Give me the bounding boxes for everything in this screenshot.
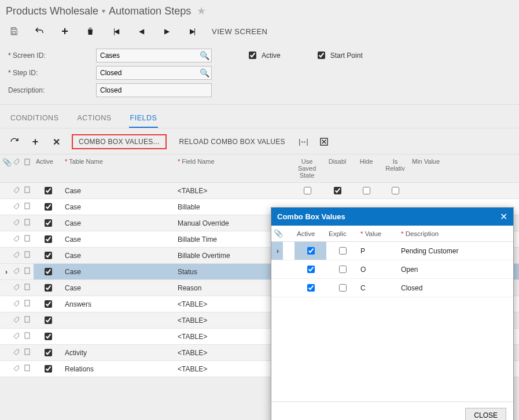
tab-fields[interactable]: FIELDS xyxy=(129,110,159,128)
dlg-description-cell[interactable]: Open xyxy=(399,260,513,279)
note-icon[interactable] xyxy=(24,235,31,244)
dlg-value-cell[interactable]: P xyxy=(358,242,399,260)
row-active-checkbox[interactable] xyxy=(45,187,52,194)
dlg-col-value[interactable]: Value xyxy=(358,226,399,242)
step-id-input[interactable] xyxy=(96,66,212,80)
screen-id-lookup-icon[interactable]: 🔍 xyxy=(200,51,209,60)
col-header-disable[interactable]: Disabl xyxy=(323,154,352,183)
row-active-checkbox[interactable] xyxy=(45,365,52,373)
dialog-title-bar[interactable]: Combo Box Values ✕ xyxy=(271,208,513,226)
row-table-name[interactable] xyxy=(62,329,175,345)
attachment-icon[interactable] xyxy=(13,283,20,292)
active-checkbox[interactable] xyxy=(249,51,256,59)
last-record-icon[interactable]: ▶| xyxy=(186,25,198,37)
fit-columns-icon[interactable]: |↔| xyxy=(298,137,308,147)
note-icon[interactable] xyxy=(24,333,31,341)
delete-icon[interactable] xyxy=(84,25,96,37)
row-table-name[interactable]: Relations xyxy=(62,361,175,377)
step-id-lookup-icon[interactable]: 🔍 xyxy=(200,68,209,78)
row-table-name[interactable]: Case xyxy=(62,248,175,264)
add-icon[interactable]: + xyxy=(59,25,71,37)
row-hide-checkbox[interactable] xyxy=(363,187,370,194)
col-header-min-value[interactable]: Min Value xyxy=(410,154,519,183)
col-header-note-icon[interactable] xyxy=(21,154,34,183)
screen-id-input[interactable] xyxy=(96,49,212,62)
breadcrumb-parent[interactable]: Products Wholesale xyxy=(6,5,98,17)
first-record-icon[interactable]: |◀ xyxy=(110,25,122,37)
row-active-checkbox[interactable] xyxy=(45,316,52,324)
note-icon[interactable] xyxy=(24,219,31,228)
col-header-field-name[interactable]: Field Name xyxy=(175,154,291,183)
dlg-description-cell[interactable]: Closed xyxy=(399,279,513,297)
row-active-checkbox[interactable] xyxy=(45,300,52,308)
attachment-icon[interactable] xyxy=(13,235,20,244)
col-header-attach-icon[interactable] xyxy=(10,154,21,183)
tab-conditions[interactable]: CONDITIONS xyxy=(9,110,60,128)
note-icon[interactable] xyxy=(24,365,31,374)
attachment-icon[interactable] xyxy=(13,364,20,373)
row-active-checkbox[interactable] xyxy=(45,349,52,356)
add-row-icon[interactable]: + xyxy=(30,137,41,147)
dialog-row[interactable]: CClosed xyxy=(271,279,513,297)
dialog-close-icon[interactable]: ✕ xyxy=(500,211,507,222)
attachment-icon[interactable] xyxy=(13,332,20,341)
dlg-active-checkbox[interactable] xyxy=(307,247,315,255)
dlg-explicit-checkbox[interactable] xyxy=(339,266,347,273)
reload-combo-button[interactable]: RELOAD COMBO BOX VALUES xyxy=(177,137,288,147)
view-screen-button[interactable]: VIEW SCREEN xyxy=(212,27,268,36)
row-table-name[interactable] xyxy=(62,312,175,329)
row-field-name[interactable]: <TABLE> xyxy=(175,183,291,199)
dlg-col-clip-icon[interactable]: 📎 xyxy=(271,226,283,242)
col-header-use-saved[interactable]: Use Saved State xyxy=(291,154,323,183)
attachment-icon[interactable] xyxy=(13,348,20,357)
dlg-explicit-checkbox[interactable] xyxy=(339,247,347,255)
row-table-name[interactable]: Answers xyxy=(62,296,175,312)
note-icon[interactable] xyxy=(24,203,31,212)
row-table-name[interactable]: Case xyxy=(62,280,175,296)
dlg-col-explicit[interactable]: Explic xyxy=(326,226,358,242)
description-input[interactable] xyxy=(96,83,212,97)
note-icon[interactable] xyxy=(24,300,31,309)
dlg-explicit-checkbox[interactable] xyxy=(339,284,347,292)
prev-record-icon[interactable]: ◀ xyxy=(135,25,147,37)
combo-box-values-button[interactable]: COMBO BOX VALUES... xyxy=(72,134,167,149)
row-active-checkbox[interactable] xyxy=(45,252,52,259)
delete-row-icon[interactable]: ✕ xyxy=(51,137,61,147)
col-header-table-name[interactable]: Table Name xyxy=(62,154,175,183)
row-table-name[interactable]: Case xyxy=(62,199,175,215)
row-use-saved-checkbox[interactable] xyxy=(304,187,311,194)
note-icon[interactable] xyxy=(24,252,31,260)
tab-actions[interactable]: ACTIONS xyxy=(76,110,112,128)
row-disable-checkbox[interactable] xyxy=(334,187,341,194)
row-table-name[interactable]: Case xyxy=(62,183,175,199)
note-icon[interactable] xyxy=(24,316,31,325)
attachment-icon[interactable] xyxy=(13,219,20,227)
col-header-hide[interactable]: Hide xyxy=(352,154,381,183)
dialog-row[interactable]: OOpen xyxy=(271,260,513,279)
attachment-icon[interactable] xyxy=(13,202,20,211)
row-active-checkbox[interactable] xyxy=(45,219,52,227)
row-table-name[interactable]: Activity xyxy=(62,345,175,361)
row-active-checkbox[interactable] xyxy=(45,235,52,243)
dialog-close-button[interactable]: CLOSE xyxy=(465,408,506,420)
attachment-icon[interactable] xyxy=(13,316,20,325)
attachment-icon[interactable] xyxy=(13,186,20,195)
next-record-icon[interactable]: ▶ xyxy=(161,25,172,37)
row-active-checkbox[interactable] xyxy=(45,333,52,340)
note-icon[interactable] xyxy=(24,268,31,277)
col-header-active[interactable]: Active xyxy=(34,154,62,183)
start-point-checkbox[interactable] xyxy=(318,51,325,59)
dlg-col-active[interactable]: Active xyxy=(295,226,326,242)
row-is-relative-checkbox[interactable] xyxy=(392,187,399,194)
table-row[interactable]: Case<TABLE> xyxy=(0,183,519,199)
col-header-clip-icon[interactable]: 📎 xyxy=(0,154,10,183)
export-icon[interactable] xyxy=(319,137,329,147)
note-icon[interactable] xyxy=(24,349,31,358)
note-icon[interactable] xyxy=(24,284,31,293)
attachment-icon[interactable] xyxy=(13,300,20,308)
row-min-value[interactable] xyxy=(410,183,519,199)
row-active-checkbox[interactable] xyxy=(45,284,52,292)
row-active-checkbox[interactable] xyxy=(45,268,52,275)
undo-icon[interactable] xyxy=(34,25,45,37)
attachment-icon[interactable] xyxy=(13,267,20,276)
